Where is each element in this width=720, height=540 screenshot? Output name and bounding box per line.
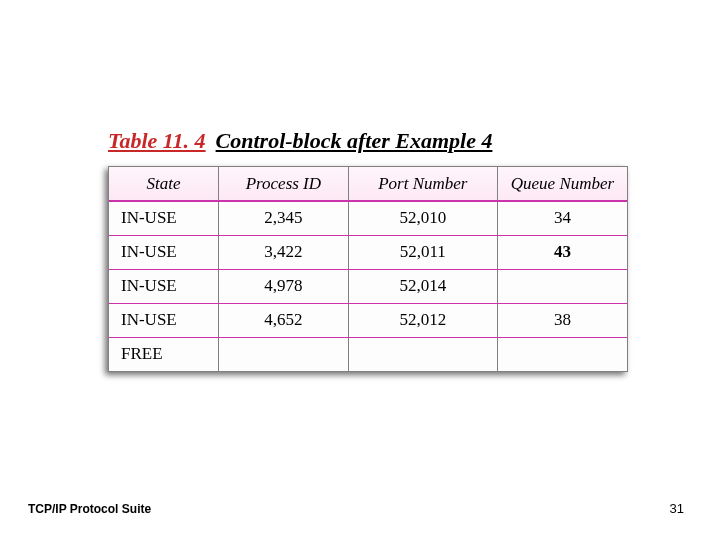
cell-pid [219,337,348,371]
col-header-state: State [109,167,219,201]
cell-state: IN-USE [109,269,219,303]
table-row: IN-USE2,34552,01034 [109,201,627,235]
table-row: IN-USE4,97852,014 [109,269,627,303]
footer-title: TCP/IP Protocol Suite [28,502,151,516]
table: State Process ID Port Number Queue Numbe… [109,167,627,371]
cell-queue [497,269,627,303]
control-block-table: State Process ID Port Number Queue Numbe… [108,166,628,372]
cell-state: IN-USE [109,235,219,269]
cell-pid: 3,422 [219,235,348,269]
cell-queue: 38 [497,303,627,337]
cell-queue: 43 [497,235,627,269]
table-row: IN-USE3,42252,01143 [109,235,627,269]
col-header-port: Port Number [348,167,497,201]
cell-state: IN-USE [109,303,219,337]
cell-state: IN-USE [109,201,219,235]
table-row: FREE [109,337,627,371]
cell-port [348,337,497,371]
table-caption: Table 11. 4Control-block after Example 4 [108,128,492,154]
col-header-queue: Queue Number [497,167,627,201]
cell-pid: 4,652 [219,303,348,337]
table-ref: Table 11. 4 [108,128,206,153]
cell-queue: 34 [497,201,627,235]
cell-pid: 2,345 [219,201,348,235]
cell-port: 52,011 [348,235,497,269]
cell-pid: 4,978 [219,269,348,303]
table-body: IN-USE2,34552,01034IN-USE3,42252,01143IN… [109,201,627,371]
cell-state: FREE [109,337,219,371]
cell-port: 52,012 [348,303,497,337]
table-header-row: State Process ID Port Number Queue Numbe… [109,167,627,201]
col-header-pid: Process ID [219,167,348,201]
page-number: 31 [670,501,684,516]
cell-port: 52,014 [348,269,497,303]
cell-queue [497,337,627,371]
slide: Table 11. 4Control-block after Example 4… [0,0,720,540]
table-row: IN-USE4,65252,01238 [109,303,627,337]
cell-port: 52,010 [348,201,497,235]
table-title: Control-block after Example 4 [216,128,493,153]
